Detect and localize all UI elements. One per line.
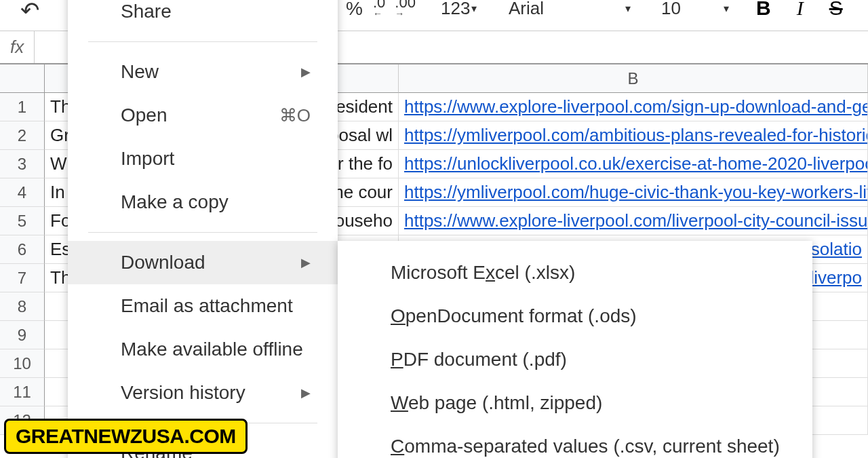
cell[interactable]: https://www.explore-liverpool.com/sign-u… [399, 93, 868, 121]
chevron-right-icon: ▶ [301, 255, 311, 270]
row-header[interactable]: 6 [0, 235, 45, 264]
row-header[interactable]: 7 [0, 264, 45, 292]
italic-button[interactable]: I [797, 0, 804, 20]
chevron-down-icon: ▾ [471, 2, 477, 15]
bold-button[interactable]: B [756, 0, 771, 20]
decrease-decimal-button[interactable]: .0 ← [373, 0, 385, 18]
menu-share[interactable]: Share [68, 0, 338, 33]
menu-version-history[interactable]: Version history ▶ [68, 371, 338, 415]
cell-link[interactable]: https://www.explore-liverpool.com/liverp… [404, 210, 868, 231]
row-header[interactable]: 10 [0, 349, 45, 378]
select-all-cell[interactable] [0, 64, 45, 93]
download-xlsx[interactable]: Microsoft Excel (.xlsx) [338, 251, 812, 294]
undo-icon[interactable]: ↶ [20, 0, 39, 24]
menu-new[interactable]: New ▶ [68, 50, 338, 94]
shortcut-label: ⌘O [279, 105, 311, 126]
chevron-right-icon: ▶ [301, 385, 311, 400]
menu-download[interactable]: Download ▶ [68, 241, 338, 284]
fx-label: fx [0, 37, 34, 58]
menu-import[interactable]: Import [68, 137, 338, 180]
chevron-right-icon: ▶ [301, 64, 311, 79]
cell-link[interactable]: https://unlockliverpool.co.uk/exercise-a… [404, 153, 868, 174]
row-header[interactable]: 5 [0, 207, 45, 235]
row-header[interactable]: 8 [0, 292, 45, 321]
menu-email-attachment[interactable]: Email as attachment [68, 284, 338, 328]
download-ods[interactable]: OpenDocument format (.ods) [338, 294, 812, 338]
cell[interactable]: https://ymliverpool.com/ambitious-plans-… [399, 121, 868, 150]
row-header[interactable]: 9 [0, 321, 45, 349]
download-csv[interactable]: Comma-separated values (.csv, current sh… [338, 425, 812, 458]
row-header[interactable]: 11 [0, 378, 45, 406]
cell-link[interactable]: https://www.explore-liverpool.com/sign-u… [404, 96, 868, 117]
format-more-button[interactable]: 123 ▾ [441, 0, 477, 19]
strikethrough-button[interactable]: S [829, 0, 843, 20]
cell-link[interactable]: https://ymliverpool.com/huge-civic-thank… [404, 182, 868, 203]
row-header[interactable]: 2 [0, 121, 45, 150]
cell[interactable]: https://www.explore-liverpool.com/liverp… [399, 207, 868, 235]
file-menu: Share New ▶ Open ⌘O Import Make a copy D… [68, 0, 338, 458]
menu-make-copy[interactable]: Make a copy [68, 180, 338, 224]
row-header[interactable]: 1 [0, 93, 45, 121]
percent-format-button[interactable]: % [346, 0, 363, 20]
chevron-down-icon: ▾ [724, 2, 729, 15]
download-submenu: Microsoft Excel (.xlsx) OpenDocument for… [338, 241, 812, 458]
cell[interactable]: https://ymliverpool.com/huge-civic-thank… [399, 178, 868, 207]
cell-link[interactable]: https://ymliverpool.com/ambitious-plans-… [404, 125, 868, 146]
watermark-label: GREATNEWZUSA.COM [4, 419, 248, 454]
cell[interactable]: https://unlockliverpool.co.uk/exercise-a… [399, 150, 868, 178]
font-select[interactable]: Arial ▾ [509, 0, 631, 19]
chevron-down-icon: ▾ [625, 2, 631, 15]
download-pdf[interactable]: PDF document (.pdf) [338, 338, 812, 381]
column-header-b[interactable]: B [399, 64, 868, 93]
font-size-select[interactable]: 10 ▾ [661, 0, 729, 19]
row-header[interactable]: 3 [0, 150, 45, 178]
row-header[interactable]: 4 [0, 178, 45, 207]
menu-open[interactable]: Open ⌘O [68, 94, 338, 137]
download-web[interactable]: Web page (.html, zipped) [338, 381, 812, 425]
menu-make-offline[interactable]: Make available offline [68, 328, 338, 371]
increase-decimal-button[interactable]: .00 → [395, 0, 416, 18]
